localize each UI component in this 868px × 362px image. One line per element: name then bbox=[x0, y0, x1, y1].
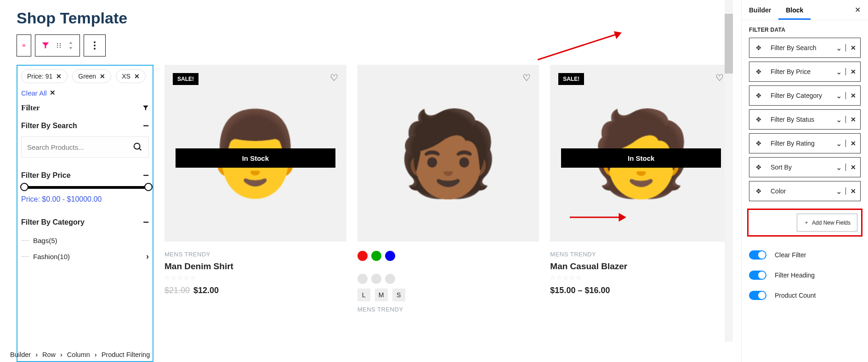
move-icon[interactable]: ✥ bbox=[749, 44, 768, 51]
filter-panel[interactable]: Price: 91✕ Green✕ XS✕ Clear All✕ Filter … bbox=[17, 65, 153, 362]
filter-data-item[interactable]: ✥Color⌄✕ bbox=[749, 181, 861, 201]
chevron-down-icon[interactable]: ⌄ bbox=[832, 139, 845, 148]
sidebar-section-title: FILTER DATA bbox=[749, 27, 861, 33]
sidebar-tabs: Builder Block ✕ bbox=[742, 0, 868, 20]
remove-icon[interactable]: ✕ bbox=[845, 187, 860, 195]
size-option[interactable]: M bbox=[375, 288, 388, 301]
category-item[interactable]: Fashion(10)› bbox=[21, 248, 149, 265]
breadcrumb-item[interactable]: Column bbox=[67, 351, 90, 358]
tab-block[interactable]: Block bbox=[778, 0, 811, 20]
wishlist-icon[interactable]: ♡ bbox=[522, 72, 531, 83]
filter-data-item[interactable]: ✥Filter By Price⌄✕ bbox=[749, 62, 861, 82]
price-range-slider[interactable] bbox=[21, 186, 149, 189]
sale-badge: SALE! bbox=[173, 73, 199, 85]
collapse-icon[interactable]: − bbox=[143, 120, 149, 132]
close-icon[interactable]: ✕ bbox=[50, 89, 56, 97]
search-icon[interactable] bbox=[133, 142, 143, 152]
move-icon[interactable]: ✥ bbox=[749, 140, 768, 147]
filter-data-item[interactable]: ✥Filter By Category⌄✕ bbox=[749, 85, 861, 106]
remove-icon[interactable]: ✕ bbox=[845, 140, 860, 147]
switch-on-icon[interactable] bbox=[749, 271, 766, 280]
breadcrumb-item[interactable]: Product Filtering bbox=[102, 351, 150, 358]
svg-rect-2 bbox=[25, 45, 25, 47]
toggle-product-count[interactable]: Product Count bbox=[742, 285, 868, 305]
switch-on-icon[interactable] bbox=[749, 250, 766, 260]
move-icon[interactable]: ✥ bbox=[749, 68, 768, 75]
chevron-down-icon[interactable]: ⌄ bbox=[832, 68, 845, 76]
search-input[interactable] bbox=[27, 143, 133, 151]
close-icon[interactable]: ✕ bbox=[134, 73, 140, 80]
swatch-green[interactable] bbox=[371, 251, 381, 261]
svg-point-12 bbox=[134, 143, 140, 149]
move-icon[interactable]: ✥ bbox=[749, 92, 768, 99]
tab-builder[interactable]: Builder bbox=[742, 0, 778, 20]
svg-marker-15 bbox=[615, 32, 620, 38]
remove-icon[interactable]: ✕ bbox=[845, 92, 860, 99]
stock-button[interactable]: In Stock bbox=[176, 148, 335, 168]
remove-icon[interactable]: ✕ bbox=[845, 116, 860, 123]
range-handle-min[interactable] bbox=[20, 183, 28, 191]
product-title[interactable]: Man Casual Blazer bbox=[550, 261, 732, 272]
toggle-filter-heading[interactable]: Filter Heading bbox=[742, 265, 868, 285]
size-option[interactable]: L bbox=[357, 288, 370, 301]
close-icon[interactable]: ✕ bbox=[100, 73, 105, 80]
close-icon[interactable]: ✕ bbox=[56, 73, 62, 80]
range-handle-max[interactable] bbox=[144, 183, 153, 191]
move-icon[interactable]: ✥ bbox=[749, 164, 768, 171]
chip[interactable]: Price: 91✕ bbox=[21, 69, 68, 83]
stock-button[interactable]: In Stock bbox=[561, 148, 721, 168]
chevron-down-icon[interactable]: ⌄ bbox=[832, 163, 845, 172]
filter-data-item[interactable]: ✥Sort By⌄✕ bbox=[749, 157, 861, 177]
product-title[interactable]: Man Denim Shirt bbox=[165, 261, 346, 272]
remove-icon[interactable]: ✕ bbox=[845, 44, 860, 51]
filter-data-item[interactable]: ✥Filter By Rating⌄✕ bbox=[749, 133, 861, 153]
swatch-placeholder[interactable] bbox=[357, 274, 368, 284]
chevron-right-icon[interactable]: › bbox=[146, 252, 149, 261]
filter-data-item[interactable]: ✥Filter By Search⌄✕ bbox=[749, 38, 861, 58]
product-categories[interactable]: MENS TRENDY bbox=[550, 251, 732, 258]
category-item[interactable]: Bags(5) bbox=[21, 233, 149, 248]
move-icon[interactable]: ✥ bbox=[749, 116, 768, 123]
filter-icon[interactable] bbox=[142, 105, 149, 111]
breadcrumb-item[interactable]: Builder bbox=[10, 351, 31, 358]
scrollbar-thumb[interactable] bbox=[725, 14, 733, 74]
canvas-scrollbar[interactable] bbox=[725, 0, 733, 342]
chevron-down-icon[interactable]: ⌄ bbox=[832, 44, 845, 52]
toggle-clear-filter[interactable]: Clear Filter bbox=[742, 245, 868, 265]
filter-tool[interactable] bbox=[35, 34, 80, 57]
collapse-icon[interactable]: − bbox=[143, 216, 149, 228]
switch-on-icon[interactable] bbox=[749, 291, 766, 300]
filter-data-item[interactable]: ✥Filter By Status⌄✕ bbox=[749, 109, 861, 130]
columns-tool[interactable] bbox=[17, 34, 31, 57]
add-new-fields-button[interactable]: ＋Add New Fields bbox=[797, 214, 857, 232]
wishlist-icon[interactable]: ♡ bbox=[330, 72, 338, 83]
wishlist-icon[interactable]: ♡ bbox=[715, 72, 724, 83]
product-card[interactable]: ♡ 🧑🏾 L M bbox=[357, 65, 539, 362]
search-input-wrap[interactable] bbox=[21, 136, 149, 158]
product-card[interactable]: SALE! ♡ In Stock 👨 MENS TRENDY Man Denim… bbox=[165, 65, 346, 362]
move-icon[interactable]: ✥ bbox=[749, 187, 768, 195]
svg-point-7 bbox=[57, 47, 58, 48]
collapse-icon[interactable]: − bbox=[143, 170, 149, 181]
swatch-placeholder[interactable] bbox=[371, 274, 381, 284]
more-options[interactable] bbox=[84, 34, 106, 57]
chip[interactable]: Green✕ bbox=[72, 69, 111, 83]
product-categories[interactable]: MENS TRENDY bbox=[357, 306, 539, 313]
chevron-down-icon[interactable]: ⌄ bbox=[832, 115, 845, 124]
swatch-red[interactable] bbox=[357, 251, 368, 261]
remove-icon[interactable]: ✕ bbox=[845, 68, 860, 75]
svg-line-13 bbox=[139, 148, 142, 151]
category-list: Bags(5) Fashion(10)› bbox=[21, 233, 149, 265]
chip[interactable]: XS✕ bbox=[116, 69, 146, 83]
clear-all-filters[interactable]: Clear All✕ bbox=[21, 89, 56, 97]
remove-icon[interactable]: ✕ bbox=[845, 164, 860, 171]
swatch-blue[interactable] bbox=[385, 251, 395, 261]
chevron-down-icon[interactable]: ⌄ bbox=[832, 187, 845, 196]
breadcrumb-item[interactable]: Row bbox=[42, 351, 56, 358]
product-categories[interactable]: MENS TRENDY bbox=[165, 251, 346, 258]
filter-data-label: Filter By Rating bbox=[768, 140, 832, 147]
chevron-down-icon[interactable]: ⌄ bbox=[832, 91, 845, 100]
swatch-placeholder[interactable] bbox=[385, 274, 395, 284]
size-option[interactable]: S bbox=[392, 288, 405, 301]
close-sidebar[interactable]: ✕ bbox=[847, 0, 868, 20]
